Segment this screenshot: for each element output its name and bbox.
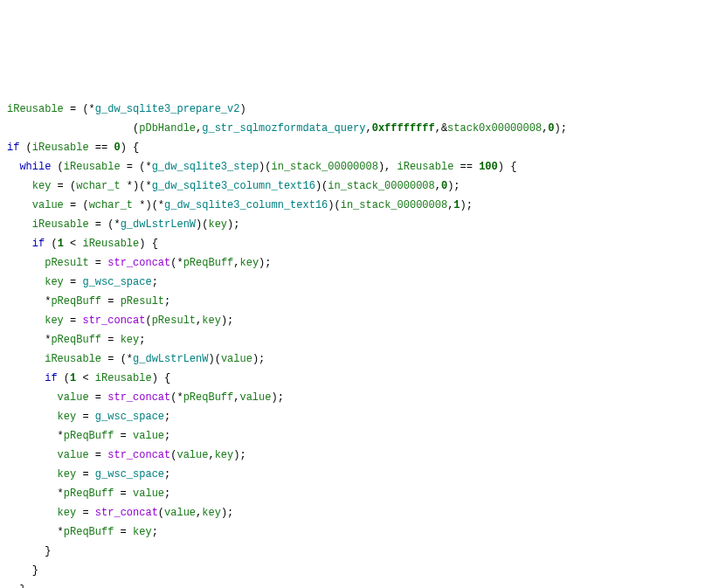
var-value: value xyxy=(32,199,64,211)
line: if (1 < iReusable) { xyxy=(7,238,158,250)
line: key = g_wsc_space; xyxy=(7,411,170,423)
fn-str-concat: str_concat xyxy=(107,257,170,269)
global-step: g_dw_sqlite3_step xyxy=(152,161,259,173)
num-zero: 0 xyxy=(548,122,554,135)
var-pResult: pResult xyxy=(45,257,88,269)
var-pDbHandle: pDbHandle xyxy=(139,122,196,135)
line: while (iReusable = (*g_dw_sqlite3_step)(… xyxy=(7,161,516,173)
line: iReusable = (*g_dw_sqlite3_prepare_v2) xyxy=(7,103,246,115)
line: iReusable = (*g_dwLstrLenW)(key); xyxy=(7,218,239,231)
global-query: g_str_sqlmozformdata_query xyxy=(202,122,365,135)
line: *pReqBuff = value; xyxy=(7,488,170,500)
kw-while: while xyxy=(19,161,51,173)
global-lstrlen: g_dwLstrLenW xyxy=(121,218,196,231)
line: } xyxy=(7,564,38,577)
line: key = str_concat(pResult,key); xyxy=(7,315,233,327)
line: *pReqBuff = value; xyxy=(7,430,170,442)
num-one: 1 xyxy=(453,199,460,211)
var-pReqBuff: pReqBuff xyxy=(183,257,234,269)
line: value = str_concat(*pReqBuff,value); xyxy=(7,391,284,404)
line: iReusable = (*g_dwLstrLenW)(value); xyxy=(7,353,265,365)
line: } xyxy=(7,545,51,557)
line: key = g_wsc_space; xyxy=(7,276,158,288)
line: value = str_concat(value,key); xyxy=(7,449,246,461)
line: pResult = str_concat(*pReqBuff,key); xyxy=(7,257,272,269)
var-stack8a: stack0x00000008 xyxy=(447,122,542,135)
line: key = (wchar_t *)(*g_dw_sqlite3_column_t… xyxy=(7,180,460,192)
num-hundred: 100 xyxy=(479,161,498,173)
line: *pReqBuff = key; xyxy=(7,526,158,538)
line: key = str_concat(value,key); xyxy=(7,507,233,519)
line: if (1 < iReusable) { xyxy=(7,372,170,384)
global-space: g_wsc_space xyxy=(82,276,151,288)
line: if (iReusable == 0) { xyxy=(7,142,139,154)
num-hexF: 0xffffffff xyxy=(372,122,435,135)
line: (pDbHandle,g_str_sqlmozformdata_query,0x… xyxy=(7,122,567,135)
type-wchar: wchar_t xyxy=(76,180,120,192)
line: key = g_wsc_space; xyxy=(7,468,170,481)
line: *pReqBuff = pResult; xyxy=(7,295,170,308)
line: } xyxy=(7,584,26,588)
kw-if: if xyxy=(7,142,19,154)
global-prepare: g_dw_sqlite3_prepare_v2 xyxy=(95,103,240,115)
global-col16: g_dw_sqlite3_column_text16 xyxy=(152,180,315,192)
var-key: key xyxy=(32,180,52,192)
var-iReusable: iReusable xyxy=(7,103,64,115)
code-block: iReusable = (*g_dw_sqlite3_prepare_v2) (… xyxy=(7,80,712,588)
var-in-stack8: in_stack_00000008 xyxy=(271,161,377,173)
line: value = (wchar_t *)(*g_dw_sqlite3_column… xyxy=(7,199,473,211)
line: *pReqBuff = key; xyxy=(7,334,145,346)
